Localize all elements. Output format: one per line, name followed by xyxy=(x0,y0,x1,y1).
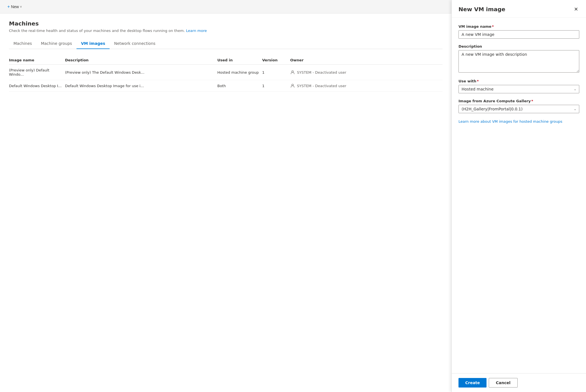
image-gallery-group: Image from Azure Compute Gallery* (H2H_G… xyxy=(458,99,579,113)
svg-point-0 xyxy=(292,71,293,72)
cell-description-1: (Preview only) The Default Windows Desk.… xyxy=(65,70,217,75)
close-button[interactable]: ✕ xyxy=(573,6,579,13)
col-header-owner: Owner xyxy=(290,58,443,62)
create-button[interactable]: Create xyxy=(458,378,487,388)
required-star: * xyxy=(477,79,479,83)
image-gallery-label: Image from Azure Compute Gallery* xyxy=(458,99,579,103)
panel-body: VM image name* Description A new VM imag… xyxy=(452,18,586,373)
description-label: Description xyxy=(458,44,579,48)
use-with-select-wrapper: Hosted machine Hosted machine group Both… xyxy=(458,85,579,93)
table-row[interactable]: Default Windows Desktop I... Default Win… xyxy=(9,80,443,92)
cell-image-name-1: (Preview only) Default Windo... xyxy=(9,68,65,76)
tab-machine-groups[interactable]: Machine groups xyxy=(36,38,77,49)
cell-used-in-2: Both xyxy=(217,84,262,88)
use-with-select[interactable]: Hosted machine Hosted machine group Both xyxy=(458,85,579,93)
cell-used-in-1: Hosted machine group xyxy=(217,70,262,75)
vm-image-name-group: VM image name* xyxy=(458,24,579,39)
person-icon xyxy=(290,83,295,88)
panel-title: New VM image xyxy=(458,6,505,13)
new-button[interactable]: + New ∨ xyxy=(4,3,25,11)
cell-version-1: 1 xyxy=(262,70,290,75)
description-group: Description A new VM image with descript… xyxy=(458,44,579,73)
plus-icon: + xyxy=(7,4,10,9)
cancel-button[interactable]: Cancel xyxy=(489,378,517,388)
required-star: * xyxy=(531,99,533,103)
panel-footer: Create Cancel xyxy=(452,373,586,392)
cell-owner-1: SYSTEM - Deactivated user xyxy=(290,70,443,75)
learn-more-vm-images-link[interactable]: Learn more about VM images for hosted ma… xyxy=(458,119,562,124)
col-header-version: Version xyxy=(262,58,290,62)
table-row[interactable]: (Preview only) Default Windo... (Preview… xyxy=(9,65,443,80)
owner-text-1: SYSTEM - Deactivated user xyxy=(297,70,346,75)
vm-image-name-input[interactable] xyxy=(458,30,579,39)
table-header: Image name Description Used in Version O… xyxy=(9,56,443,65)
use-with-label: Use with* xyxy=(458,79,579,83)
col-header-image-name: Image name xyxy=(9,58,65,62)
required-star: * xyxy=(492,24,494,29)
svg-point-1 xyxy=(292,84,293,86)
col-header-used-in: Used in xyxy=(217,58,262,62)
owner-text-2: SYSTEM - Deactivated user xyxy=(297,84,346,88)
cell-version-2: 1 xyxy=(262,84,290,88)
page-title: Machines xyxy=(9,20,443,27)
panel-header: New VM image ✕ xyxy=(452,0,586,18)
subtitle-text: Check the real-time health and status of… xyxy=(9,29,185,33)
tab-machines[interactable]: Machines xyxy=(9,38,36,49)
col-header-description: Description xyxy=(65,58,217,62)
use-with-group: Use with* Hosted machine Hosted machine … xyxy=(458,79,579,93)
learn-more-link[interactable]: Learn more xyxy=(186,29,207,33)
image-gallery-select-wrapper: (H2H_Gallery|FromPortal|0.0.1) ⌄ xyxy=(458,105,579,113)
description-textarea[interactable]: A new VM image with description xyxy=(458,50,579,73)
top-bar: + New ∨ xyxy=(0,0,451,13)
tab-vm-images[interactable]: VM images xyxy=(77,38,110,49)
person-icon xyxy=(290,70,295,75)
image-gallery-select[interactable]: (H2H_Gallery|FromPortal|0.0.1) xyxy=(458,105,579,113)
new-button-label: New xyxy=(11,4,19,9)
table-container: Image name Description Used in Version O… xyxy=(9,56,443,92)
page-content: Machines Check the real-time health and … xyxy=(0,13,451,392)
vm-image-name-label: VM image name* xyxy=(458,24,579,29)
cell-description-2: Default Windows Desktop Image for use i.… xyxy=(65,84,217,88)
new-vm-image-panel: New VM image ✕ VM image name* Descriptio… xyxy=(451,0,586,392)
page-subtitle: Check the real-time health and status of… xyxy=(9,29,443,33)
chevron-down-icon: ∨ xyxy=(20,5,22,8)
tab-network-connections[interactable]: Network connections xyxy=(110,38,160,49)
cell-image-name-2: Default Windows Desktop I... xyxy=(9,84,65,88)
tabs-container: Machines Machine groups VM images Networ… xyxy=(9,38,443,49)
cell-owner-2: SYSTEM - Deactivated user xyxy=(290,83,443,88)
